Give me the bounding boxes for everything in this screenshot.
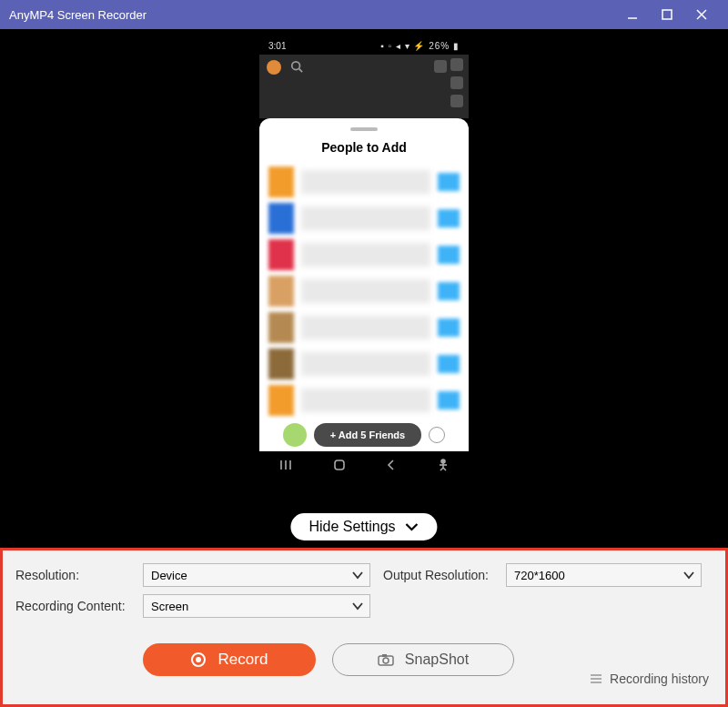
resolution-select[interactable]: Device xyxy=(143,563,370,587)
maximize-button[interactable] xyxy=(650,0,684,29)
home-icon[interactable] xyxy=(332,459,347,474)
settings-row-recording-content: Recording Content: Screen xyxy=(15,591,713,621)
add-contact-button[interactable] xyxy=(438,209,460,227)
snapshot-label: SnapShot xyxy=(405,651,469,668)
close-button[interactable] xyxy=(684,0,719,29)
phone-app-header xyxy=(259,55,469,118)
settings-panel: Resolution: Device Output Resolution: 72… xyxy=(0,548,728,707)
hide-settings-button[interactable]: Hide Settings xyxy=(290,513,437,540)
svg-rect-1 xyxy=(662,10,672,19)
contact-avatar-icon xyxy=(268,385,294,416)
recording-content-label: Recording Content: xyxy=(15,599,134,613)
sheet-title: People to Add xyxy=(259,140,469,155)
chevron-down-icon xyxy=(682,571,695,580)
list-item[interactable] xyxy=(268,237,460,273)
output-resolution-value: 720*1600 xyxy=(514,569,565,582)
resolution-label: Resolution: xyxy=(15,568,134,582)
list-item[interactable] xyxy=(268,164,460,200)
record-button[interactable]: Record xyxy=(143,643,316,676)
accessibility-icon[interactable] xyxy=(437,459,450,474)
contact-name-blur xyxy=(301,389,430,412)
phone-frame: 3:01 ▪ ▫ ◂ ▾ ⚡ 26% ▮ People to Add + Add… xyxy=(259,36,469,480)
drag-handle-icon[interactable] xyxy=(350,127,378,131)
list-item[interactable] xyxy=(268,309,460,346)
record-label: Record xyxy=(218,651,268,669)
back-icon[interactable] xyxy=(385,459,398,474)
snapshot-button[interactable]: SnapShot xyxy=(332,643,514,676)
record-icon xyxy=(191,652,206,667)
add-contact-button[interactable] xyxy=(438,318,460,337)
resolution-value: Device xyxy=(151,569,187,582)
svg-point-10 xyxy=(441,460,445,463)
contact-name-blur xyxy=(301,279,430,303)
chevron-down-icon xyxy=(405,521,420,532)
recording-content-value: Screen xyxy=(151,600,188,613)
camera-icon xyxy=(378,653,394,666)
svg-line-14 xyxy=(443,468,446,470)
add-contact-button[interactable] xyxy=(438,282,460,300)
svg-rect-17 xyxy=(382,654,387,657)
contact-name-blur xyxy=(301,170,430,194)
contact-name-blur xyxy=(301,316,430,339)
contact-name-blur xyxy=(301,207,430,230)
status-indicators: ▪ ▫ ◂ ▾ ⚡ 26% ▮ xyxy=(380,41,460,51)
status-time: 3:01 xyxy=(268,41,380,51)
hide-settings-label: Hide Settings xyxy=(308,519,395,535)
svg-rect-9 xyxy=(335,460,344,470)
contact-avatar-icon xyxy=(268,348,294,379)
search-icon xyxy=(290,60,303,76)
settings-row-resolution: Resolution: Device Output Resolution: 72… xyxy=(15,560,713,591)
contact-avatar-icon xyxy=(268,239,294,270)
minimize-button[interactable] xyxy=(615,0,650,29)
contact-avatar-icon xyxy=(268,167,294,197)
sheet-footer: + Add 5 Friends xyxy=(259,419,469,451)
contact-avatar-icon xyxy=(268,276,294,307)
contact-name-blur xyxy=(301,352,430,376)
contact-name-blur xyxy=(301,243,430,267)
svg-point-4 xyxy=(292,62,300,70)
list-item[interactable] xyxy=(268,382,460,419)
history-label: Recording history xyxy=(610,672,709,686)
contact-avatar-icon xyxy=(268,203,294,234)
add-person-icon xyxy=(434,60,447,73)
contact-list[interactable] xyxy=(259,164,469,419)
add-contact-button[interactable] xyxy=(438,391,460,409)
chevron-down-icon xyxy=(351,601,364,611)
output-resolution-label: Output Resolution: xyxy=(383,568,497,582)
list-item[interactable] xyxy=(268,346,460,382)
list-icon xyxy=(590,673,602,684)
add-contact-button[interactable] xyxy=(438,246,460,264)
phone-status-bar: 3:01 ▪ ▫ ◂ ▾ ⚡ 26% ▮ xyxy=(259,36,469,55)
bottom-sheet: People to Add + Add 5 Friends xyxy=(259,118,469,451)
title-bar: AnyMP4 Screen Recorder xyxy=(0,0,728,29)
chevron-down-icon xyxy=(351,571,364,580)
camera-tools xyxy=(450,58,463,107)
output-resolution-select[interactable]: 720*1600 xyxy=(506,563,702,587)
profile-icon xyxy=(267,60,281,75)
svg-point-16 xyxy=(383,658,389,663)
phone-nav-bar xyxy=(259,451,469,480)
list-item[interactable] xyxy=(268,200,460,237)
contact-avatar-icon xyxy=(268,312,294,343)
radio-icon xyxy=(429,427,445,443)
maximize-icon xyxy=(661,8,673,21)
minimize-icon xyxy=(626,8,639,21)
window-title: AnyMP4 Screen Recorder xyxy=(9,8,615,22)
list-item[interactable] xyxy=(268,273,460,309)
add-contact-button[interactable] xyxy=(438,355,460,373)
recording-content-select[interactable]: Screen xyxy=(143,594,370,618)
add-contact-button[interactable] xyxy=(438,173,460,191)
add-friends-button[interactable]: + Add 5 Friends xyxy=(314,423,421,447)
svg-line-5 xyxy=(299,69,303,73)
close-icon xyxy=(694,7,709,22)
recording-history-link[interactable]: Recording history xyxy=(590,672,709,686)
user-avatar-icon xyxy=(283,423,307,447)
device-preview: 3:01 ▪ ▫ ◂ ▾ ⚡ 26% ▮ People to Add + Add… xyxy=(0,29,728,548)
recents-icon[interactable] xyxy=(278,459,293,474)
